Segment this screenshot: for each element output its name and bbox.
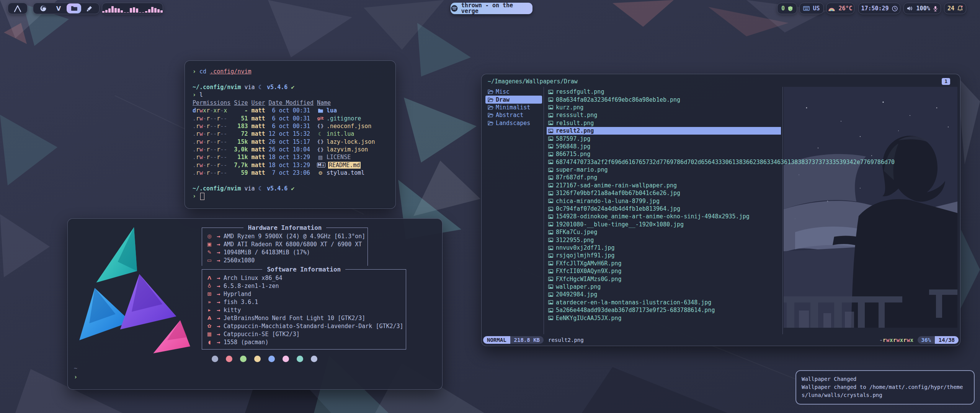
arch-icon: Λ [204, 275, 214, 281]
sidebar-folder-minimalist[interactable]: Minimalist [485, 104, 542, 111]
vim-launcher[interactable]: V [51, 3, 66, 13]
mode-badge: NORMAL [483, 336, 510, 344]
shell-tilde: ~ [74, 365, 77, 372]
file-row[interactable]: 3122955.png [547, 236, 957, 244]
context-via: via [244, 185, 255, 192]
context-path: ~/.config/nvim [193, 84, 241, 91]
file-row[interactable]: 3126f7e9bbf21a8a4af0b67b041c6e26.jpg [547, 189, 957, 197]
arrow-icon: → [217, 275, 220, 281]
file-row[interactable]: ressdfgult.png [547, 88, 957, 96]
music-widget[interactable]: thrown - on the verge [451, 3, 532, 14]
fetch-window[interactable]: Hardware Information ◎→AMD Ryzen 9 5900X… [67, 218, 443, 390]
brush-icon [86, 5, 93, 12]
files-launcher[interactable] [67, 3, 81, 13]
keyboard-layout-widget[interactable]: US [799, 3, 824, 14]
prompt-symbol: › [193, 68, 196, 75]
file-row[interactable]: 217167-sad-anime-rain-wallpaper.png [547, 182, 957, 189]
statusbar-permissions: -rwxrwxrwx [879, 337, 913, 343]
file-row[interactable]: 20492984.jpg [547, 291, 957, 298]
tab-badge[interactable]: 1 [942, 78, 950, 85]
terminal-file-row: .rw-r--r--183matt 6 oct 00:31{}.neoconf.… [193, 122, 388, 130]
wm-icon: ⊞ [204, 291, 214, 297]
file-row[interactable]: 08a634fa02a32364f69ebc86a98eb1eb.png [547, 96, 957, 103]
file-manager-window[interactable]: ~/Imagenes/Wallpapers/Draw 1 MiscDrawMin… [481, 74, 960, 346]
sidebar-folder-abstract[interactable]: Abstract [485, 111, 542, 119]
hardware-title: Hardware Information [243, 224, 327, 231]
terminal-file-row: .rw-r--r--72matt12 oct 15:32☾init.lua [193, 130, 388, 138]
cava-bar [139, 12, 141, 13]
arrow-icon: → [217, 307, 220, 314]
shield-icon [788, 6, 793, 11]
file-row[interactable]: 587597.jpg [547, 135, 957, 142]
file-row[interactable]: nnvuv0xj2df71.jpg [547, 244, 957, 252]
quicklaunch-bar: V [33, 3, 100, 14]
file-row[interactable]: result2.png [547, 127, 781, 135]
file-row[interactable]: chica-mirando-la-luna-8799.jpg [547, 197, 957, 205]
fetch-row: ⊞→Hyprland [204, 290, 403, 298]
file-row[interactable]: 5a266e448add93deab367d87173e9f25-6837886… [547, 306, 957, 314]
file-row[interactable]: re1sult.png [547, 119, 957, 127]
arrow-icon: → [217, 331, 220, 338]
palette-dot [297, 356, 303, 362]
lua-icon: ☾ [258, 84, 263, 91]
cava-bar [142, 12, 144, 13]
file-row[interactable]: 8FKa7Cu.jpeg [547, 228, 957, 236]
file-row[interactable]: FXfcHgcWIAMzs0G.png [547, 275, 957, 283]
git-icon: git [317, 116, 324, 121]
audio-widget[interactable]: 100% [903, 3, 941, 14]
kernel-icon: ♁ [204, 283, 214, 289]
fetch-row: Λ→Arch Linux x86_64 [204, 274, 403, 282]
software-title: Software Information [262, 266, 345, 273]
folder-open-icon [488, 98, 493, 102]
updates-widget[interactable]: 0 [777, 3, 797, 14]
file-row[interactable]: resssult.png [547, 111, 957, 119]
file-row[interactable]: 19201080-__blue-tinge__-1920×1080.jpg [547, 221, 957, 228]
file-row[interactable]: FXfcII0X0AQyn9X.png [547, 267, 957, 275]
terminal-file-row: .rw-r--r--3,0kmatt26 oct 10:04{}lazyvim.… [193, 146, 388, 153]
image-file-icon [548, 308, 553, 313]
file-row[interactable]: kurz.png [547, 104, 957, 111]
file-row[interactable]: wallpaper.png [547, 283, 957, 291]
file-row[interactable]: EeNKYgIUcAAJ5JX.png [547, 314, 957, 322]
file-row[interactable]: 154928-odinokoe_anime-art-anime-okno-sin… [547, 213, 957, 220]
launcher-button[interactable] [8, 3, 28, 14]
palette-dot [240, 356, 247, 362]
file-row[interactable]: 68747470733a2f2f696d616765732d7769786d70… [547, 158, 957, 166]
braces-icon: {} [317, 147, 324, 153]
paint-launcher[interactable] [82, 3, 96, 13]
speaker-icon [907, 6, 913, 11]
weather-widget[interactable]: 26°C [826, 3, 854, 14]
terminal-file-row: .rw-r--r--51matt 6 oct 00:31git.gitignor… [193, 114, 388, 122]
bell-icon [957, 5, 963, 11]
notifications-widget[interactable]: 24 [944, 3, 966, 14]
audio-visualizer[interactable] [102, 3, 163, 14]
command: cd [199, 68, 206, 75]
file-row[interactable]: 596848.jpg [547, 143, 957, 150]
firefox-launcher[interactable] [36, 3, 51, 13]
parent-directory-pane: MiscDrawMinimalistAbstractLandscapes [485, 88, 542, 127]
clock-widget[interactable]: 17:50:29 [858, 3, 900, 14]
sidebar-folder-draw[interactable]: Draw [485, 96, 542, 103]
lua-version: v5.4.6 [267, 84, 287, 91]
terminal-palette [212, 356, 342, 362]
file-row[interactable]: super-mario.png [547, 166, 957, 174]
gear-icon: ⚙ [317, 170, 324, 176]
cava-bar [160, 10, 163, 13]
sidebar-folder-misc[interactable]: Misc [485, 88, 542, 96]
rainbow-icon [828, 6, 835, 11]
folder-open-icon [488, 113, 493, 117]
clock-icon [892, 6, 898, 11]
file-row[interactable]: atardecer-en-la-montanas-ilustracion-634… [547, 299, 957, 306]
file-row[interactable]: 0c794faf07de24a4db4d4fb1eb813964.jpg [547, 205, 957, 213]
arrow-icon: → [217, 339, 220, 346]
fetch-row: ◎→AMD Ryzen 9 5900X (24) @ 4.9GHz [61.3°… [204, 232, 365, 240]
terminal-window[interactable]: ›cd .config/nvim ~/.config/nvim via ☾ v5… [185, 60, 396, 209]
palette-dot [311, 356, 317, 362]
file-row[interactable]: FXfcJlTXgAMvH6R.png [547, 260, 957, 267]
sidebar-folder-landscapes[interactable]: Landscapes [485, 119, 542, 127]
notification-popup[interactable]: Wallpaper Changed Wallpaper changed to /… [795, 370, 975, 405]
firefox-icon [40, 5, 47, 12]
file-row[interactable]: rsjqojlmjhf91.jpg [547, 252, 957, 259]
file-row[interactable]: 87r687df.png [547, 174, 957, 181]
file-row[interactable]: 866715.png [547, 150, 957, 158]
